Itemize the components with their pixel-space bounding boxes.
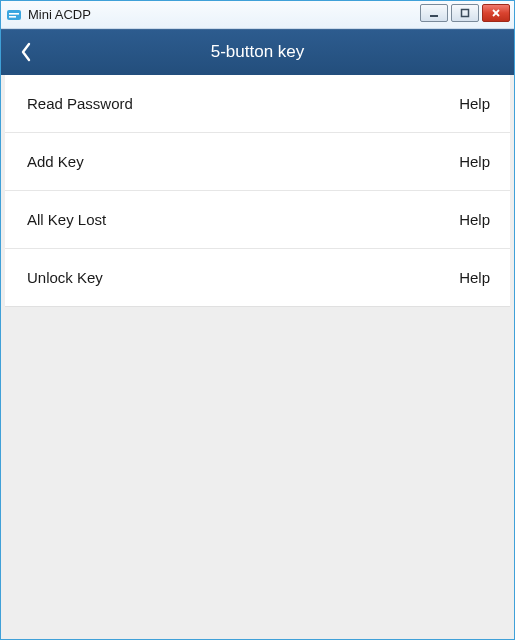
menu-list: Read Password Help Add Key Help All Key … [5,75,510,307]
chevron-left-icon [19,41,33,63]
svg-rect-4 [462,10,469,17]
minimize-button[interactable] [420,4,448,22]
svg-rect-3 [430,15,438,17]
menu-item-label: Unlock Key [27,269,103,286]
menu-item-add-key[interactable]: Add Key Help [5,133,510,191]
help-link[interactable]: Help [459,211,490,228]
menu-item-label: Read Password [27,95,133,112]
app-icon [6,7,22,23]
help-link[interactable]: Help [459,269,490,286]
page-title: 5-button key [1,42,514,62]
help-link[interactable]: Help [459,153,490,170]
close-button[interactable] [482,4,510,22]
window-title: Mini ACDP [28,7,91,22]
menu-item-label: All Key Lost [27,211,106,228]
window-controls [420,4,510,22]
help-link[interactable]: Help [459,95,490,112]
svg-rect-0 [7,10,21,20]
menu-item-label: Add Key [27,153,84,170]
content-area: Read Password Help Add Key Help All Key … [1,75,514,639]
svg-rect-2 [9,16,16,18]
maximize-button[interactable] [451,4,479,22]
nav-header: 5-button key [1,29,514,75]
window-titlebar: Mini ACDP [1,1,514,29]
menu-item-read-password[interactable]: Read Password Help [5,75,510,133]
menu-item-all-key-lost[interactable]: All Key Lost Help [5,191,510,249]
back-button[interactable] [1,29,51,75]
menu-item-unlock-key[interactable]: Unlock Key Help [5,249,510,307]
svg-rect-1 [9,13,19,15]
